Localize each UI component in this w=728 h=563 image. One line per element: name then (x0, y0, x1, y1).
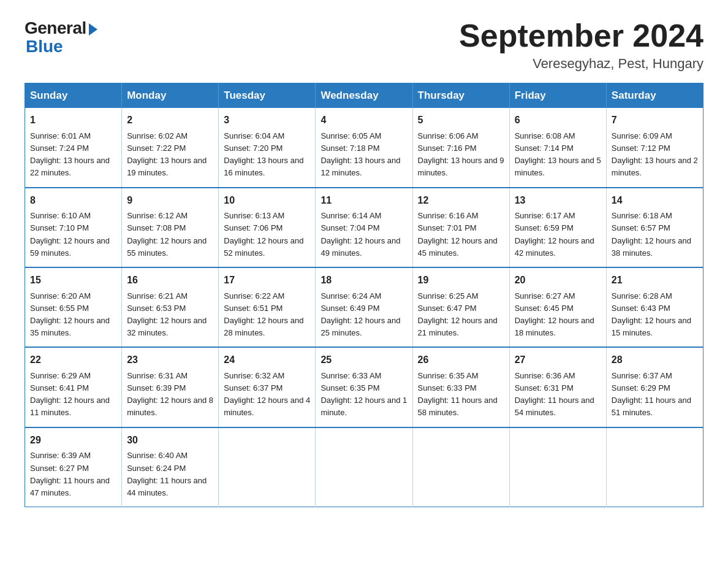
calendar-cell: 26Sunrise: 6:35 AMSunset: 6:33 PMDayligh… (412, 347, 509, 427)
calendar-cell: 14Sunrise: 6:18 AMSunset: 6:57 PMDayligh… (606, 188, 703, 267)
calendar-week-5: 29Sunrise: 6:39 AMSunset: 6:27 PMDayligh… (25, 427, 703, 507)
weekday-header-tuesday: Tuesday (219, 83, 316, 109)
day-info: Sunrise: 6:04 AMSunset: 7:20 PMDaylight:… (224, 130, 310, 180)
day-info: Sunrise: 6:35 AMSunset: 6:33 PMDaylight:… (418, 370, 504, 419)
day-info: Sunrise: 6:12 AMSunset: 7:08 PMDaylight:… (127, 210, 213, 259)
day-number: 18 (320, 273, 407, 288)
logo-blue-text: Blue (25, 37, 63, 56)
day-number: 12 (418, 193, 504, 209)
location-text: Veresegyhaz, Pest, Hungary (459, 56, 703, 72)
calendar-cell: 7Sunrise: 6:09 AMSunset: 7:12 PMDaylight… (606, 108, 703, 187)
day-number: 2 (127, 113, 213, 128)
weekday-header-thursday: Thursday (412, 83, 509, 109)
calendar-table: SundayMondayTuesdayWednesdayThursdayFrid… (25, 83, 703, 507)
calendar-cell (606, 427, 703, 507)
calendar-cell: 9Sunrise: 6:12 AMSunset: 7:08 PMDaylight… (122, 188, 219, 267)
day-info: Sunrise: 6:13 AMSunset: 7:06 PMDaylight:… (224, 210, 310, 259)
calendar-cell: 16Sunrise: 6:21 AMSunset: 6:53 PMDayligh… (122, 267, 219, 347)
day-info: Sunrise: 6:10 AMSunset: 7:10 PMDaylight:… (30, 210, 116, 259)
day-number: 13 (515, 193, 601, 209)
day-number: 26 (418, 353, 504, 368)
day-number: 4 (320, 113, 407, 128)
weekday-header-friday: Friday (509, 83, 606, 109)
day-number: 11 (320, 193, 407, 209)
page-header: General Blue September 2024 Veresegyhaz,… (25, 18, 703, 72)
calendar-cell: 25Sunrise: 6:33 AMSunset: 6:35 PMDayligh… (316, 347, 412, 427)
day-info: Sunrise: 6:09 AMSunset: 7:12 PMDaylight:… (612, 130, 698, 180)
logo: General Blue (25, 18, 97, 56)
day-info: Sunrise: 6:02 AMSunset: 7:22 PMDaylight:… (127, 130, 213, 180)
day-info: Sunrise: 6:21 AMSunset: 6:53 PMDaylight:… (127, 290, 213, 340)
day-info: Sunrise: 6:20 AMSunset: 6:55 PMDaylight:… (30, 290, 116, 340)
logo-arrow-icon (89, 23, 97, 36)
calendar-cell: 11Sunrise: 6:14 AMSunset: 7:04 PMDayligh… (316, 188, 412, 267)
day-number: 10 (224, 193, 310, 209)
day-number: 5 (418, 113, 504, 128)
day-info: Sunrise: 6:39 AMSunset: 6:27 PMDaylight:… (30, 450, 116, 499)
day-number: 23 (127, 353, 213, 368)
calendar-week-2: 8Sunrise: 6:10 AMSunset: 7:10 PMDaylight… (25, 188, 703, 267)
calendar-week-4: 22Sunrise: 6:29 AMSunset: 6:41 PMDayligh… (25, 347, 703, 427)
day-info: Sunrise: 6:36 AMSunset: 6:31 PMDaylight:… (515, 370, 601, 419)
calendar-cell: 19Sunrise: 6:25 AMSunset: 6:47 PMDayligh… (412, 267, 509, 347)
day-number: 21 (612, 273, 698, 288)
day-number: 30 (127, 433, 213, 448)
day-number: 22 (30, 353, 116, 368)
weekday-header-monday: Monday (122, 83, 219, 109)
day-info: Sunrise: 6:33 AMSunset: 6:35 PMDaylight:… (320, 370, 407, 419)
calendar-cell: 5Sunrise: 6:06 AMSunset: 7:16 PMDaylight… (412, 108, 509, 187)
calendar-cell: 17Sunrise: 6:22 AMSunset: 6:51 PMDayligh… (219, 267, 316, 347)
calendar-cell: 13Sunrise: 6:17 AMSunset: 6:59 PMDayligh… (509, 188, 606, 267)
day-number: 27 (515, 353, 601, 368)
month-title: September 2024 (459, 18, 703, 53)
calendar-cell: 24Sunrise: 6:32 AMSunset: 6:37 PMDayligh… (219, 347, 316, 427)
day-info: Sunrise: 6:27 AMSunset: 6:45 PMDaylight:… (515, 290, 601, 340)
calendar-cell: 27Sunrise: 6:36 AMSunset: 6:31 PMDayligh… (509, 347, 606, 427)
day-info: Sunrise: 6:37 AMSunset: 6:29 PMDaylight:… (612, 370, 698, 419)
day-info: Sunrise: 6:31 AMSunset: 6:39 PMDaylight:… (127, 370, 213, 419)
calendar-cell: 20Sunrise: 6:27 AMSunset: 6:45 PMDayligh… (509, 267, 606, 347)
day-number: 8 (30, 193, 116, 209)
day-number: 1 (30, 113, 116, 128)
day-number: 7 (612, 113, 698, 128)
day-number: 19 (418, 273, 504, 288)
logo-general-text: General (25, 18, 86, 38)
weekday-header-wednesday: Wednesday (316, 83, 412, 109)
day-number: 16 (127, 273, 213, 288)
calendar-week-1: 1Sunrise: 6:01 AMSunset: 7:24 PMDaylight… (25, 108, 703, 187)
day-info: Sunrise: 6:08 AMSunset: 7:14 PMDaylight:… (515, 130, 601, 180)
calendar-cell (509, 427, 606, 507)
day-info: Sunrise: 6:06 AMSunset: 7:16 PMDaylight:… (418, 130, 504, 180)
day-info: Sunrise: 6:28 AMSunset: 6:43 PMDaylight:… (612, 290, 698, 340)
calendar-cell: 21Sunrise: 6:28 AMSunset: 6:43 PMDayligh… (606, 267, 703, 347)
calendar-week-3: 15Sunrise: 6:20 AMSunset: 6:55 PMDayligh… (25, 267, 703, 347)
day-number: 9 (127, 193, 213, 209)
calendar-cell: 28Sunrise: 6:37 AMSunset: 6:29 PMDayligh… (606, 347, 703, 427)
calendar-cell: 8Sunrise: 6:10 AMSunset: 7:10 PMDaylight… (25, 188, 122, 267)
day-number: 28 (612, 353, 698, 368)
calendar-cell: 3Sunrise: 6:04 AMSunset: 7:20 PMDaylight… (219, 108, 316, 187)
calendar-cell: 23Sunrise: 6:31 AMSunset: 6:39 PMDayligh… (122, 347, 219, 427)
day-info: Sunrise: 6:29 AMSunset: 6:41 PMDaylight:… (30, 370, 116, 419)
day-info: Sunrise: 6:14 AMSunset: 7:04 PMDaylight:… (320, 210, 407, 259)
calendar-cell: 29Sunrise: 6:39 AMSunset: 6:27 PMDayligh… (25, 427, 122, 507)
day-info: Sunrise: 6:22 AMSunset: 6:51 PMDaylight:… (224, 290, 310, 340)
calendar-cell: 1Sunrise: 6:01 AMSunset: 7:24 PMDaylight… (25, 108, 122, 187)
calendar-cell: 22Sunrise: 6:29 AMSunset: 6:41 PMDayligh… (25, 347, 122, 427)
day-info: Sunrise: 6:01 AMSunset: 7:24 PMDaylight:… (30, 130, 116, 180)
weekday-header-sunday: Sunday (25, 83, 122, 109)
day-number: 29 (30, 433, 116, 448)
calendar-cell (316, 427, 412, 507)
calendar-cell (412, 427, 509, 507)
calendar-cell: 10Sunrise: 6:13 AMSunset: 7:06 PMDayligh… (219, 188, 316, 267)
calendar-cell: 12Sunrise: 6:16 AMSunset: 7:01 PMDayligh… (412, 188, 509, 267)
day-number: 6 (515, 113, 601, 128)
weekday-header-saturday: Saturday (606, 83, 703, 109)
day-info: Sunrise: 6:24 AMSunset: 6:49 PMDaylight:… (320, 290, 407, 340)
day-number: 24 (224, 353, 310, 368)
day-number: 25 (320, 353, 407, 368)
calendar-cell: 30Sunrise: 6:40 AMSunset: 6:24 PMDayligh… (122, 427, 219, 507)
calendar-cell: 2Sunrise: 6:02 AMSunset: 7:22 PMDaylight… (122, 108, 219, 187)
day-info: Sunrise: 6:18 AMSunset: 6:57 PMDaylight:… (612, 210, 698, 259)
day-info: Sunrise: 6:17 AMSunset: 6:59 PMDaylight:… (515, 210, 601, 259)
